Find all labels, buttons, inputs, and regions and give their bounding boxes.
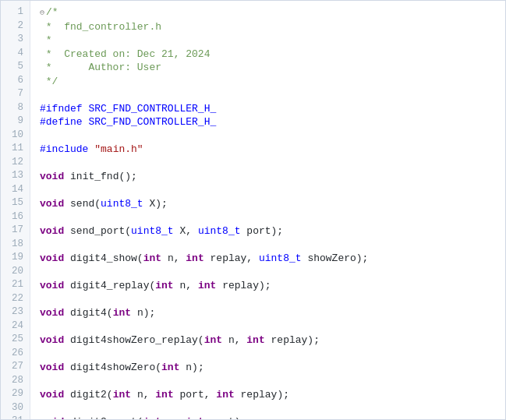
type-token: int (155, 389, 173, 401)
code-line (40, 348, 505, 362)
type-token: int (186, 252, 203, 264)
code-line: void send(uint8_t X); (40, 197, 505, 211)
param-name: n (179, 280, 186, 291)
function-name: digit4showZero (70, 362, 155, 373)
type-token: int (143, 416, 161, 419)
param-name: replay (222, 280, 259, 291)
void-keyword: void (40, 280, 64, 291)
code-area: 1234567891011121314151617181920212223242… (1, 1, 505, 419)
void-keyword: void (40, 307, 64, 319)
code-line: void digit4_show(int n, int replay, uint… (40, 252, 505, 266)
line-number: 12 (1, 156, 30, 170)
param-name: X (179, 225, 186, 237)
code-line: * fnd_controller.h (40, 20, 505, 34)
line-number: 13 (1, 169, 30, 183)
line-number: 6 (1, 74, 30, 88)
code-line (40, 402, 505, 416)
line-number: 28 (1, 374, 30, 388)
void-keyword: void (40, 171, 64, 182)
code-line: void digit2_port(int n, int port); (40, 415, 505, 419)
code-line (40, 211, 505, 225)
line-number: 17 (1, 224, 30, 238)
paren-close: ); (307, 334, 320, 346)
param-name: n (168, 252, 174, 264)
code-line (40, 375, 505, 389)
paren-open: ( (137, 416, 143, 419)
code-content[interactable]: ⊖/* * fnd_controller.h * * Created on: D… (30, 1, 505, 419)
line-number: 20 (1, 265, 30, 279)
void-keyword: void (40, 198, 64, 210)
line-number: 11 (1, 142, 30, 156)
code-line: #ifndef SRC_FND_CONTROLLER_H_ (40, 102, 505, 116)
comment-token: * (40, 34, 52, 46)
function-name: digit4_show (70, 252, 137, 264)
code-line (40, 129, 505, 143)
line-number: 3 (1, 33, 30, 47)
line-numbers: 1234567891011121314151617181920212223242… (1, 1, 30, 419)
preprocessor-token: #define SRC_FND_CONTROLLER_H_ (40, 116, 216, 128)
param-name: n (168, 416, 174, 419)
param-name: showZero (307, 252, 356, 264)
preprocessor-token: #include (40, 143, 88, 155)
type-token: int (113, 389, 131, 401)
fold-icon[interactable]: ⊖ (40, 9, 44, 17)
type-token: int (113, 307, 131, 319)
function-name: digit4showZero_replay (70, 334, 198, 346)
void-keyword: void (40, 362, 64, 373)
code-line: * Created on: Dec 21, 2024 (40, 48, 505, 62)
void-keyword: void (40, 334, 64, 346)
line-number: 22 (1, 292, 30, 306)
type-token: int (246, 334, 264, 346)
type-token: int (216, 389, 234, 401)
code-line: void send_port(uint8_t X, uint8_t port); (40, 224, 505, 238)
type-token: uint8_t (101, 198, 143, 210)
line-number: 14 (1, 183, 30, 197)
code-line: #define SRC_FND_CONTROLLER_H_ (40, 115, 505, 129)
line-number: 23 (1, 305, 30, 319)
param-name: replay (211, 252, 247, 264)
param-name: n (186, 362, 192, 373)
paren-close: ); (356, 252, 369, 264)
param-name: port (211, 416, 235, 419)
line-number: 25 (1, 333, 30, 347)
code-line: void digit4(int n); (40, 306, 505, 320)
preprocessor-token: #ifndef SRC_FND_CONTROLLER_H_ (40, 103, 216, 115)
code-line (40, 293, 505, 307)
paren-open: ( (125, 225, 131, 237)
function-name: digit4_replay (70, 280, 149, 291)
type-token: int (186, 416, 203, 419)
type-token: int (155, 280, 173, 291)
line-number: 8 (1, 101, 30, 115)
code-line: * Author: User (40, 61, 505, 75)
comment-token: * Author: User (40, 62, 161, 73)
line-number: 18 (1, 238, 30, 252)
line-number: 2 (1, 19, 30, 34)
type-token: int (198, 280, 216, 291)
paren-close: ); (277, 389, 289, 401)
type-token: int (143, 252, 161, 264)
line-number: 24 (1, 319, 30, 334)
type-token: uint8_t (131, 225, 174, 237)
paren-close: ); (271, 225, 284, 237)
line-number: 27 (1, 360, 30, 374)
param-name: replay (271, 334, 308, 346)
paren-open: ( (137, 252, 143, 264)
line-number: 19 (1, 251, 30, 265)
code-line: ⊖/* (40, 5, 505, 20)
paren-open: ( (198, 334, 204, 346)
function-name: digit2 (70, 389, 107, 401)
line-number: 29 (1, 387, 30, 401)
paren-close: ); (259, 280, 271, 291)
type-token: uint8_t (198, 225, 241, 237)
paren-close: ); (155, 198, 168, 210)
editor-container: 1234567891011121314151617181920212223242… (0, 0, 506, 420)
line-number: 26 (1, 347, 30, 361)
code-line: */ (40, 75, 505, 89)
paren-close: ); (235, 416, 247, 419)
type-token: int (204, 334, 222, 346)
code-line (40, 157, 505, 171)
line-number: 30 (1, 401, 30, 415)
paren-open: ( (107, 307, 113, 319)
type-token: int (161, 362, 179, 373)
code-line: #include "main.h" (40, 143, 505, 157)
